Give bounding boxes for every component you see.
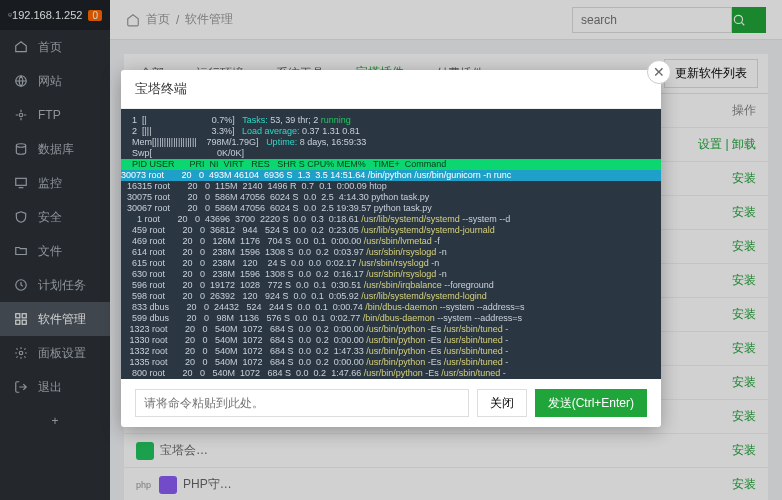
terminal-cmd-input[interactable] (135, 389, 469, 417)
modal-title: 宝塔终端 (121, 70, 661, 109)
terminal-modal: ✕ 宝塔终端 1 [| 0.7%] Tasks: 53, 39 thr; 2 r… (121, 70, 661, 427)
modal-send-btn[interactable]: 发送(Ctrl+Enter) (535, 389, 647, 417)
modal-close-btn[interactable]: 关闭 (477, 389, 527, 417)
terminal-output[interactable]: 1 [| 0.7%] Tasks: 53, 39 thr; 2 running … (121, 109, 661, 379)
modal-overlay: ✕ 宝塔终端 1 [| 0.7%] Tasks: 53, 39 thr; 2 r… (0, 0, 782, 500)
modal-close-button[interactable]: ✕ (647, 60, 671, 84)
